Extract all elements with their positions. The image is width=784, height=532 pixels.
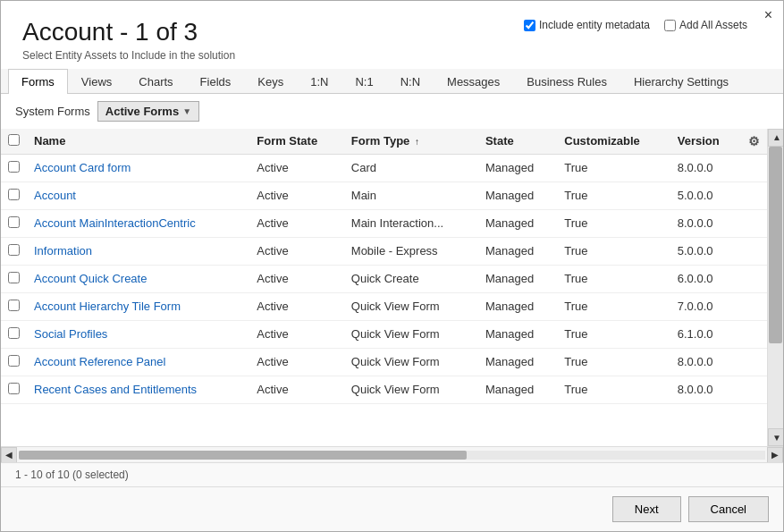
scroll-down-arrow[interactable]: ▼ bbox=[768, 428, 783, 446]
row-form-type: Quick View Form bbox=[344, 320, 478, 348]
row-state: Managed bbox=[478, 154, 557, 182]
gear-icon[interactable]: ⚙ bbox=[748, 134, 760, 148]
row-checkbox-cell[interactable] bbox=[1, 154, 27, 182]
row-name[interactable]: Account Reference Panel bbox=[27, 348, 249, 376]
row-state: Managed bbox=[478, 320, 557, 348]
row-name[interactable]: Recent Cases and Entitlements bbox=[27, 376, 249, 403]
row-checkbox-cell[interactable] bbox=[1, 182, 27, 209]
row-form-state: Active bbox=[249, 292, 344, 320]
row-checkbox[interactable] bbox=[8, 383, 20, 394]
tab-messages[interactable]: Messages bbox=[434, 69, 513, 94]
hscroll-track[interactable] bbox=[19, 451, 765, 460]
col-customizable: Customizable bbox=[557, 129, 670, 155]
row-checkbox[interactable] bbox=[8, 327, 20, 339]
row-name[interactable]: Information bbox=[27, 237, 249, 265]
table-wrapper[interactable]: Name Form State Form Type ↑ State Custom… bbox=[1, 129, 767, 446]
table-row: Recent Cases and EntitlementsActiveQuick… bbox=[1, 376, 767, 403]
row-state: Managed bbox=[478, 237, 557, 265]
row-customizable: True bbox=[557, 209, 670, 237]
col-version: Version bbox=[670, 129, 741, 155]
subheader: System Forms Active Forms ▼ bbox=[1, 94, 783, 129]
row-checkbox[interactable] bbox=[8, 189, 20, 200]
row-state: Managed bbox=[478, 265, 557, 292]
next-button[interactable]: Next bbox=[612, 496, 681, 522]
row-state: Managed bbox=[478, 209, 557, 237]
row-checkbox[interactable] bbox=[8, 300, 20, 311]
row-name[interactable]: Social Profiles bbox=[27, 320, 249, 348]
tab-views[interactable]: Views bbox=[68, 69, 125, 94]
row-customizable: True bbox=[557, 237, 670, 265]
row-checkbox[interactable] bbox=[8, 355, 20, 367]
row-name[interactable]: Account bbox=[27, 182, 249, 209]
add-all-assets-control[interactable]: Add All Assets bbox=[664, 19, 747, 31]
scroll-up-arrow[interactable]: ▲ bbox=[768, 129, 783, 147]
row-version: 8.0.0.0 bbox=[670, 154, 741, 182]
horizontal-scrollbar[interactable]: ◀ ▶ bbox=[1, 446, 783, 462]
status-bar: 1 - 10 of 10 (0 selected) bbox=[1, 462, 783, 486]
row-checkbox-cell[interactable] bbox=[1, 265, 27, 292]
row-customizable: True bbox=[557, 376, 670, 403]
row-version: 8.0.0.0 bbox=[670, 209, 741, 237]
row-checkbox[interactable] bbox=[8, 161, 20, 173]
tab-nn[interactable]: N:N bbox=[387, 69, 434, 94]
scroll-right-arrow[interactable]: ▶ bbox=[767, 447, 783, 463]
row-name[interactable]: Account Quick Create bbox=[27, 265, 249, 292]
row-checkbox-cell[interactable] bbox=[1, 237, 27, 265]
active-forms-dropdown[interactable]: Active Forms ▼ bbox=[97, 101, 199, 122]
header-controls: Include entity metadata Add All Assets bbox=[524, 19, 747, 31]
vertical-scrollbar[interactable]: ▲ ▼ bbox=[767, 129, 783, 446]
select-all-checkbox[interactable] bbox=[8, 134, 20, 146]
col-name: Name bbox=[27, 129, 249, 155]
row-version: 5.0.0.0 bbox=[670, 237, 741, 265]
include-metadata-control[interactable]: Include entity metadata bbox=[524, 19, 650, 31]
vscroll-track[interactable] bbox=[768, 147, 783, 428]
tab-charts[interactable]: Charts bbox=[125, 69, 186, 94]
include-metadata-checkbox[interactable] bbox=[524, 20, 535, 31]
row-checkbox[interactable] bbox=[8, 244, 20, 256]
row-version: 7.0.0.0 bbox=[670, 292, 741, 320]
row-name[interactable]: Account Hierarchy Tile Form bbox=[27, 292, 249, 320]
row-state: Managed bbox=[478, 348, 557, 376]
row-name[interactable]: Account MainInteractionCentric bbox=[27, 209, 249, 237]
row-customizable: True bbox=[557, 154, 670, 182]
row-form-state: Active bbox=[249, 237, 344, 265]
row-customizable: True bbox=[557, 182, 670, 209]
tab-forms[interactable]: Forms bbox=[8, 69, 68, 94]
cancel-button[interactable]: Cancel bbox=[688, 496, 769, 522]
row-extra bbox=[741, 292, 767, 320]
row-checkbox-cell[interactable] bbox=[1, 320, 27, 348]
row-state: Managed bbox=[478, 182, 557, 209]
tab-keys[interactable]: Keys bbox=[244, 69, 297, 94]
tab-n1[interactable]: N:1 bbox=[341, 69, 386, 94]
close-button[interactable]: × bbox=[764, 8, 772, 22]
row-checkbox-cell[interactable] bbox=[1, 348, 27, 376]
add-all-assets-checkbox[interactable] bbox=[664, 20, 676, 31]
row-extra bbox=[741, 209, 767, 237]
row-version: 8.0.0.0 bbox=[670, 348, 741, 376]
scroll-left-arrow[interactable]: ◀ bbox=[1, 447, 17, 463]
dialog-subtitle: Select Entity Assets to Include in the s… bbox=[22, 49, 762, 62]
row-extra bbox=[741, 320, 767, 348]
row-checkbox[interactable] bbox=[8, 216, 20, 228]
table-row: Account Reference PanelActiveQuick View … bbox=[1, 348, 767, 376]
row-checkbox-cell[interactable] bbox=[1, 292, 27, 320]
tab-business-rules[interactable]: Business Rules bbox=[513, 69, 620, 94]
tabs-bar: Forms Views Charts Fields Keys 1:N N:1 N… bbox=[1, 69, 783, 94]
row-form-type: Main bbox=[344, 182, 478, 209]
row-checkbox-cell[interactable] bbox=[1, 209, 27, 237]
tab-1n[interactable]: 1:N bbox=[297, 69, 341, 94]
row-customizable: True bbox=[557, 320, 670, 348]
row-name[interactable]: Account Card form bbox=[27, 154, 249, 182]
table-row: InformationActiveMobile - ExpressManaged… bbox=[1, 237, 767, 265]
row-version: 8.0.0.0 bbox=[670, 376, 741, 403]
row-form-type: Quick View Form bbox=[344, 348, 478, 376]
tab-fields[interactable]: Fields bbox=[187, 69, 245, 94]
col-form-type[interactable]: Form Type ↑ bbox=[344, 129, 478, 155]
table-row: Account Quick CreateActiveQuick CreateMa… bbox=[1, 265, 767, 292]
col-state: State bbox=[478, 129, 557, 155]
table-container: Name Form State Form Type ↑ State Custom… bbox=[1, 129, 783, 462]
row-checkbox[interactable] bbox=[8, 272, 20, 283]
row-checkbox-cell[interactable] bbox=[1, 376, 27, 403]
row-form-type: Quick View Form bbox=[344, 376, 478, 403]
tab-hierarchy-settings[interactable]: Hierarchy Settings bbox=[620, 69, 742, 94]
